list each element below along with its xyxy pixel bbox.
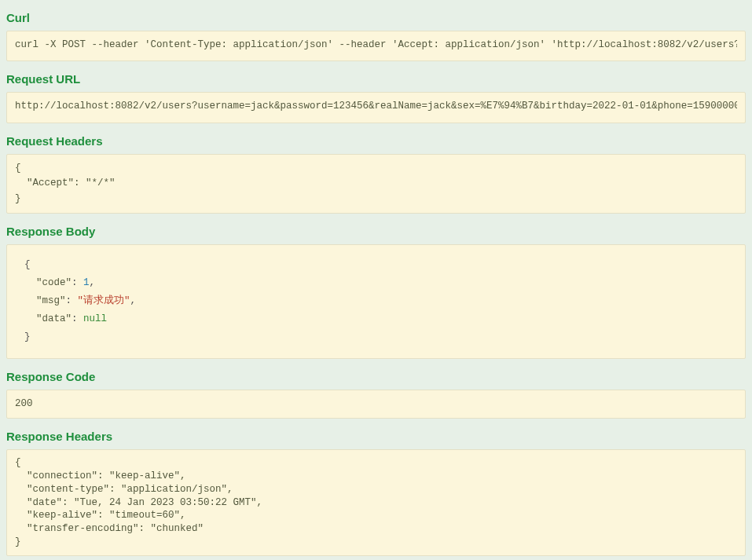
request-headers-content: { "Accept": "*/*" }	[15, 161, 737, 207]
response-code-box: 200	[6, 390, 746, 419]
request-url-value: http://localhost:8082/v2/users?username=…	[15, 99, 737, 114]
response-headers-section-title: Response Headers	[6, 430, 746, 443]
response-body-content: { "code": 1, "msg": "请求成功", "data": null…	[24, 256, 728, 347]
response-code-section-title: Response Code	[6, 370, 746, 383]
json-val-code: 1	[83, 277, 90, 288]
request-url-box: http://localhost:8082/v2/users?username=…	[6, 92, 746, 123]
json-key-code: "code"	[36, 277, 72, 288]
request-url-scrollbar[interactable]: http://localhost:8082/v2/users?username=…	[15, 99, 737, 115]
response-body-box: { "code": 1, "msg": "请求成功", "data": null…	[6, 244, 746, 359]
json-key-msg: "msg"	[36, 295, 66, 306]
curl-box: curl -X POST --header 'Content-Type: app…	[6, 31, 746, 61]
brace-close: }	[24, 331, 31, 342]
json-val-data: null	[83, 313, 107, 324]
json-key-data: "data"	[36, 313, 72, 324]
brace-open: {	[24, 259, 31, 270]
response-headers-box: { "connection": "keep-alive", "content-t…	[6, 449, 746, 556]
response-code-value: 200	[15, 397, 737, 412]
curl-section-title: Curl	[6, 11, 746, 24]
request-headers-box: { "Accept": "*/*" }	[6, 154, 746, 214]
curl-command: curl -X POST --header 'Content-Type: app…	[15, 38, 737, 53]
json-val-msg: "请求成功"	[78, 295, 130, 306]
request-headers-section-title: Request Headers	[6, 134, 746, 148]
response-body-section-title: Response Body	[6, 225, 746, 238]
request-url-section-title: Request URL	[6, 72, 746, 86]
curl-scrollbar[interactable]: curl -X POST --header 'Content-Type: app…	[15, 38, 737, 54]
response-headers-content: { "connection": "keep-alive", "content-t…	[15, 456, 737, 549]
